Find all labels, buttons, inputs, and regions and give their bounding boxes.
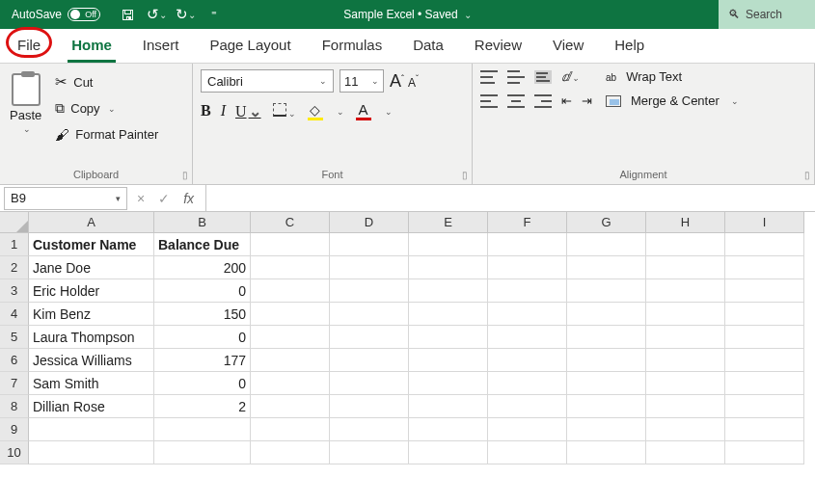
cell-B6[interactable]: 177 [154,349,251,372]
cell-H1[interactable] [646,233,725,256]
cell-F9[interactable] [488,418,567,441]
document-title[interactable]: Sample Excel • Saved ⌄ [343,8,471,21]
align-center-button[interactable] [507,94,525,108]
cell-I9[interactable] [725,418,804,441]
cell-E3[interactable] [409,279,488,303]
name-box[interactable]: B9 ▾ [4,187,127,210]
select-all-corner[interactable] [0,212,29,233]
cell-G2[interactable] [567,256,646,279]
chevron-down-icon[interactable]: ⌄ [337,107,344,117]
row-header-4[interactable]: 4 [0,303,29,326]
cell-H8[interactable] [646,395,725,418]
cell-F8[interactable] [488,395,567,418]
column-header-D[interactable]: D [330,212,409,233]
column-header-H[interactable]: H [646,212,725,233]
launcher-icon[interactable]: ▯ [462,170,468,180]
cell-F3[interactable] [488,279,567,303]
cell-C4[interactable] [251,303,330,326]
cell-G10[interactable] [567,441,646,464]
cell-D5[interactable] [330,326,409,349]
cell-A4[interactable]: Kim Benz [29,303,154,326]
font-name-select[interactable]: Calibri ⌄ [201,69,334,93]
cell-G8[interactable] [567,395,646,418]
row-header-6[interactable]: 6 [0,349,29,372]
cell-H6[interactable] [646,349,725,372]
cut-button[interactable]: ✂ Cut [55,73,158,91]
cell-A10[interactable] [29,441,154,464]
cell-C9[interactable] [251,418,330,441]
row-header-7[interactable]: 7 [0,372,29,395]
cell-C10[interactable] [251,441,330,464]
cell-D4[interactable] [330,303,409,326]
italic-button[interactable]: I [221,102,226,120]
column-header-I[interactable]: I [725,212,804,233]
cell-H9[interactable] [646,418,725,441]
cell-I10[interactable] [725,441,804,464]
cell-A9[interactable] [29,418,154,441]
cell-D7[interactable] [330,372,409,395]
cell-F7[interactable] [488,372,567,395]
cell-F10[interactable] [488,441,567,464]
column-header-A[interactable]: A [29,212,154,233]
row-header-2[interactable]: 2 [0,256,29,279]
launcher-icon[interactable]: ▯ [804,170,810,180]
shrink-font-button[interactable]: Aˇ [408,75,419,90]
cell-C3[interactable] [251,279,330,303]
merge-center-button[interactable]: Merge & Center ⌄ [606,93,739,108]
cell-D9[interactable] [330,418,409,441]
save-icon[interactable]: 🖫 [120,7,135,22]
cell-B10[interactable] [154,441,251,464]
tab-view[interactable]: View [549,31,587,63]
formula-input[interactable] [205,185,815,211]
cell-F2[interactable] [488,256,567,279]
cell-G1[interactable] [567,233,646,256]
row-header-5[interactable]: 5 [0,326,29,349]
redo-icon[interactable]: ↻⌄ [177,7,193,22]
cell-A7[interactable]: Sam Smith [29,372,154,395]
copy-button[interactable]: ⧉ Copy ⌄ [55,100,158,117]
cell-E2[interactable] [409,256,488,279]
tab-page-layout[interactable]: Page Layout [205,31,294,63]
chevron-down-icon[interactable]: ⌄ [385,107,393,117]
cell-G4[interactable] [567,303,646,326]
cell-A8[interactable]: Dillian Rose [29,395,154,418]
cell-B5[interactable]: 0 [154,326,251,349]
cell-G9[interactable] [567,418,646,441]
align-bottom-button[interactable] [534,70,552,84]
font-size-select[interactable]: 11 ⌄ [340,69,384,93]
cell-E1[interactable] [409,233,488,256]
tab-review[interactable]: Review [471,31,526,63]
cell-H4[interactable] [646,303,725,326]
cell-B3[interactable]: 0 [154,279,251,303]
cell-C8[interactable] [251,395,330,418]
cell-D1[interactable] [330,233,409,256]
undo-icon[interactable]: ↺⌄ [149,7,164,22]
align-top-button[interactable] [480,70,498,84]
row-header-10[interactable]: 10 [0,441,29,464]
column-header-F[interactable]: F [488,212,567,233]
cell-F5[interactable] [488,326,567,349]
cell-G6[interactable] [567,349,646,372]
cell-C5[interactable] [251,326,330,349]
qat-customize-icon[interactable]: ⁼ [206,7,222,22]
cell-C7[interactable] [251,372,330,395]
cell-D10[interactable] [330,441,409,464]
row-header-1[interactable]: 1 [0,233,29,256]
borders-button[interactable]: ⌄ [273,103,296,119]
cell-B2[interactable]: 200 [154,256,251,279]
cell-A3[interactable]: Eric Holder [29,279,154,303]
row-header-9[interactable]: 9 [0,418,29,441]
cell-I5[interactable] [725,326,804,349]
tab-home[interactable]: Home [68,31,116,63]
cell-I8[interactable] [725,395,804,418]
row-header-3[interactable]: 3 [0,279,29,303]
autosave-switch[interactable]: Off [68,8,100,21]
increase-indent-button[interactable]: ⇥ [582,93,592,108]
cell-H7[interactable] [646,372,725,395]
tab-help[interactable]: Help [611,31,648,63]
cell-E4[interactable] [409,303,488,326]
fill-color-button[interactable]: ◇ [308,103,323,120]
orientation-button[interactable]: ⅆ⌄ [561,69,580,84]
cell-B1[interactable]: Balance Due [154,233,251,256]
cell-F6[interactable] [488,349,567,372]
